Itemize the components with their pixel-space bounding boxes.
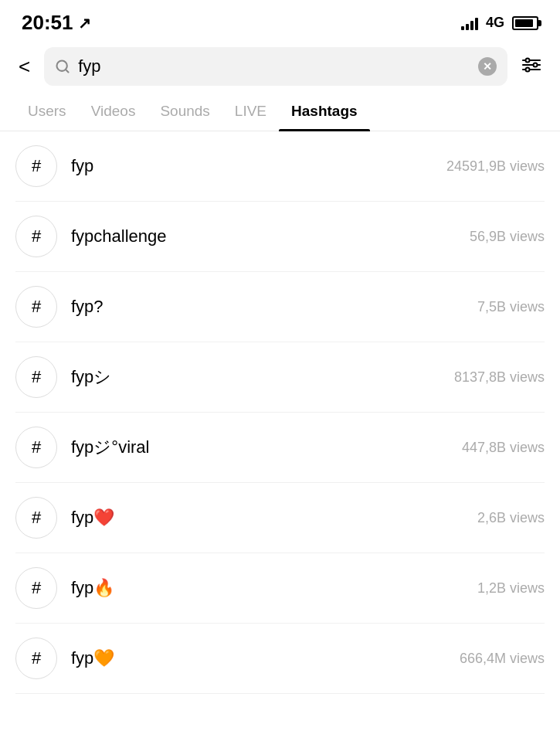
- network-label: 4G: [486, 15, 504, 31]
- time-text: 20:51: [22, 11, 73, 35]
- svg-line-1: [66, 70, 69, 73]
- status-icons: 4G: [461, 15, 538, 31]
- tab-videos[interactable]: Videos: [79, 92, 148, 131]
- result-views-3: 7,5B views: [477, 299, 545, 315]
- tab-hashtags[interactable]: Hashtags: [279, 92, 370, 131]
- hashtag-icon-3: #: [15, 286, 57, 328]
- result-name-6: fyp❤️: [71, 508, 463, 528]
- status-time: 20:51 ↗: [22, 11, 91, 35]
- result-views-4: 8137,8B views: [454, 369, 545, 386]
- hashtag-symbol: #: [32, 156, 41, 176]
- hashtag-icon-4: #: [15, 356, 57, 398]
- svg-point-7: [526, 68, 530, 72]
- result-info-4: fypシ: [71, 366, 440, 389]
- search-icon: [55, 59, 70, 74]
- search-bar[interactable]: ✕: [44, 47, 507, 86]
- result-item-4[interactable]: # fypシ 8137,8B views: [15, 342, 545, 413]
- result-views-8: 666,4M views: [460, 651, 545, 667]
- hashtag-icon-1: #: [15, 145, 57, 187]
- result-item-6[interactable]: # fyp❤️ 2,6B views: [15, 483, 545, 553]
- results-list: # fyp 24591,9B views # fypchallenge 56,9…: [0, 131, 560, 694]
- result-name-7: fyp🔥: [71, 578, 463, 598]
- tab-users[interactable]: Users: [15, 92, 79, 131]
- hashtag-symbol: #: [32, 437, 41, 457]
- battery-icon: [512, 16, 538, 30]
- result-item-1[interactable]: # fyp 24591,9B views: [15, 131, 545, 202]
- hashtag-symbol: #: [32, 226, 41, 246]
- hashtag-icon-5: #: [15, 427, 57, 468]
- tab-live[interactable]: LIVE: [222, 92, 279, 131]
- hashtag-icon-7: #: [15, 567, 57, 609]
- hashtag-symbol: #: [32, 648, 41, 668]
- hashtag-icon-6: #: [15, 497, 57, 539]
- search-input[interactable]: [78, 56, 470, 76]
- hashtag-icon-2: #: [15, 216, 57, 257]
- clear-icon: ✕: [483, 61, 492, 72]
- result-name-8: fyp🧡: [71, 648, 446, 668]
- hashtag-symbol: #: [32, 297, 41, 317]
- filter-button[interactable]: [518, 53, 545, 80]
- result-name-1: fyp: [71, 156, 433, 176]
- tabs-row: Users Videos Sounds LIVE Hashtags: [0, 92, 560, 131]
- hashtag-icon-8: #: [15, 638, 57, 679]
- signal-icon: [461, 16, 478, 30]
- back-button[interactable]: <: [15, 52, 33, 82]
- result-info-1: fyp: [71, 156, 433, 176]
- result-info-2: fypchallenge: [71, 226, 456, 246]
- result-views-2: 56,9B views: [470, 229, 545, 245]
- result-item-2[interactable]: # fypchallenge 56,9B views: [15, 202, 545, 272]
- result-item-7[interactable]: # fyp🔥 1,2B views: [15, 553, 545, 624]
- hashtag-symbol: #: [32, 508, 41, 528]
- result-info-8: fyp🧡: [71, 648, 446, 668]
- tab-sounds[interactable]: Sounds: [148, 92, 222, 131]
- result-views-7: 1,2B views: [477, 580, 545, 597]
- result-name-4: fypシ: [71, 366, 440, 389]
- result-item-3[interactable]: # fyp? 7,5B views: [15, 272, 545, 342]
- hashtag-symbol: #: [32, 367, 41, 387]
- result-info-3: fyp?: [71, 297, 463, 317]
- result-views-6: 2,6B views: [477, 510, 545, 526]
- result-info-5: fypジ°viral: [71, 436, 448, 459]
- result-info-6: fyp❤️: [71, 508, 463, 528]
- result-item-5[interactable]: # fypジ°viral 447,8B views: [15, 413, 545, 483]
- svg-point-6: [534, 63, 538, 67]
- result-item-8[interactable]: # fyp🧡 666,4M views: [15, 624, 545, 694]
- result-views-1: 24591,9B views: [446, 158, 545, 175]
- status-bar: 20:51 ↗ 4G: [0, 0, 560, 41]
- location-icon: ↗: [78, 14, 91, 32]
- result-info-7: fyp🔥: [71, 578, 463, 598]
- result-name-5: fypジ°viral: [71, 436, 448, 459]
- filter-icon: [521, 56, 541, 73]
- hashtag-symbol: #: [32, 578, 41, 598]
- result-name-2: fypchallenge: [71, 226, 456, 246]
- result-name-3: fyp?: [71, 297, 463, 317]
- result-views-5: 447,8B views: [462, 440, 545, 456]
- svg-point-5: [526, 59, 530, 63]
- clear-search-button[interactable]: ✕: [478, 57, 497, 76]
- search-row: < ✕: [0, 41, 560, 92]
